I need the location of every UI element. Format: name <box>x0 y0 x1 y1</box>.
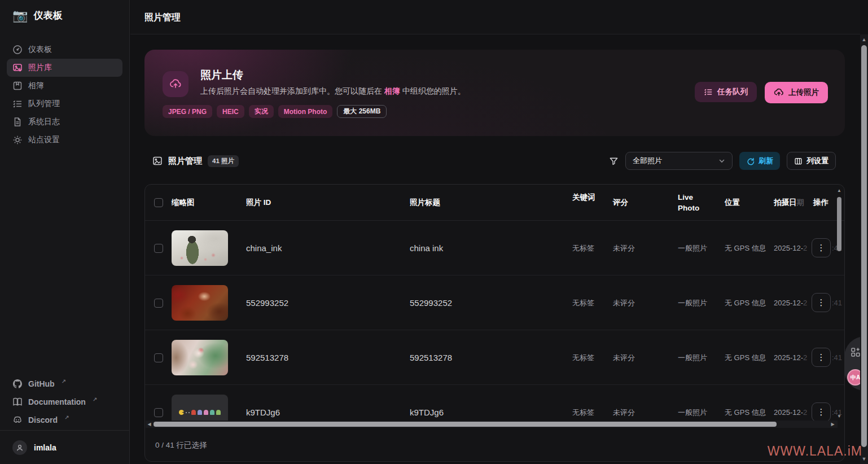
column-header-keywords: 关键词 <box>572 185 596 221</box>
photo-title-cell: 552993252 <box>410 275 452 330</box>
section-title: 照片管理 <box>168 156 202 167</box>
page-title: 照片管理 <box>144 12 181 24</box>
sidebar-item-label: 仪表板 <box>28 45 52 55</box>
cloud-upload-icon <box>774 87 784 98</box>
row-checkbox[interactable] <box>154 221 163 275</box>
user-name: imlala <box>34 443 56 452</box>
image-icon <box>152 156 163 166</box>
table-vertical-scroll-thumb[interactable] <box>837 197 841 251</box>
photo-thumbnail[interactable] <box>172 395 228 421</box>
photo-title-cell: 592513278 <box>410 330 452 385</box>
settings-gear-icon <box>12 135 23 145</box>
documentation-link[interactable]: Documentation ↗ <box>7 393 122 411</box>
page-vertical-scrollbar[interactable]: ▲ ▼ <box>860 34 868 464</box>
avatar <box>12 440 27 455</box>
sidebar-item-label: 照片库 <box>28 63 52 73</box>
scroll-right-arrow[interactable]: ▶ <box>829 421 836 428</box>
task-queue-button[interactable]: 任务队列 <box>695 82 757 102</box>
queue-list-icon <box>704 87 713 97</box>
github-link[interactable]: GitHub ↗ <box>7 375 122 393</box>
upload-photos-button[interactable]: 上传照片 <box>765 82 828 103</box>
sidebar: 📷 仪表板 仪表板 照片库 <box>0 0 130 464</box>
task-queue-label: 任务队列 <box>717 87 748 97</box>
column-header-photo-title: 照片标题 <box>410 185 440 221</box>
filter-select[interactable]: 全部照片 <box>625 152 733 170</box>
photo-id-cell: china_ink <box>246 221 282 275</box>
page-scroll-thumb[interactable] <box>861 45 867 447</box>
keywords-cell: 无标签 <box>572 330 594 385</box>
photo-library-icon <box>12 63 23 73</box>
size-limit-tag: 最大 256MB <box>337 105 387 118</box>
sidebar-item-queue[interactable]: 队列管理 <box>7 95 122 113</box>
row-actions-kebab-button[interactable]: ⋮ <box>812 348 831 367</box>
sidebar-divider <box>0 430 129 431</box>
scroll-up-arrow[interactable]: ▲ <box>860 36 868 43</box>
external-arrow-icon: ↗ <box>93 396 97 402</box>
location-cell: 无 GPS 信息 <box>725 385 766 421</box>
photo-thumbnail[interactable] <box>172 285 228 321</box>
row-actions-kebab-button[interactable]: ⋮ <box>812 238 831 257</box>
table-horizontal-scroll-thumb[interactable] <box>154 422 777 427</box>
scroll-up-arrow[interactable]: ▲ <box>836 187 843 194</box>
photo-id-cell: 592513278 <box>246 330 288 385</box>
selection-status: 0 / 41 行已选择 <box>145 428 845 462</box>
photo-title-cell: china ink <box>410 221 443 275</box>
column-settings-label: 列设置 <box>806 156 828 166</box>
sidebar-item-site-settings[interactable]: 站点设置 <box>7 131 122 149</box>
select-all-checkbox[interactable] <box>154 185 163 221</box>
keywords-cell: 无标签 <box>572 275 594 330</box>
table-vertical-scrollbar[interactable]: ▲ ▼ <box>836 187 843 421</box>
link-label: GitHub <box>28 379 55 388</box>
sidebar-item-dashboard[interactable]: 仪表板 <box>7 41 122 59</box>
format-tag: 实况 <box>249 105 274 118</box>
location-cell: 无 GPS 信息 <box>725 330 766 385</box>
cloud-upload-icon-badge <box>163 71 188 97</box>
table-horizontal-scrollbar[interactable]: ◀ ▶ <box>146 421 838 428</box>
discord-link[interactable]: Discord ↗ <box>7 411 122 429</box>
capture-date-text-clipped: 2 <box>803 353 807 362</box>
gauge-icon <box>12 45 23 55</box>
user-menu[interactable]: imlala <box>12 440 56 455</box>
keywords-cell: 无标签 <box>572 385 594 421</box>
photo-thumbnail[interactable] <box>172 340 228 375</box>
banner-description-text: 上传后照片会自动处理并添加到库中。您可以随后在 <box>200 86 384 95</box>
refresh-button[interactable]: 刷新 <box>739 152 780 170</box>
link-label: Documentation <box>28 397 86 406</box>
scroll-left-arrow[interactable]: ◀ <box>146 421 153 428</box>
main-header: 照片管理 <box>130 0 860 34</box>
filter-select-value: 全部照片 <box>633 156 662 166</box>
rating-cell: 未评分 <box>613 385 635 421</box>
row-checkbox[interactable] <box>154 330 163 385</box>
table-row: 592513278 592513278 无标签 未评分 一般照片 无 GPS 信… <box>145 330 845 385</box>
format-tag: JPEG / PNG <box>163 105 212 118</box>
scroll-down-arrow[interactable]: ▼ <box>836 413 843 419</box>
albums-inline-link[interactable]: 相簿 <box>384 86 400 95</box>
photo-id-cell: k9TDJg6 <box>246 385 280 421</box>
log-icon <box>12 117 23 127</box>
photo-thumbnail[interactable] <box>172 230 228 266</box>
capture-date-cell: 2025-12-2 <box>774 385 807 421</box>
row-checkbox[interactable] <box>154 385 163 421</box>
rating-cell: 未评分 <box>613 221 635 275</box>
filter-funnel-icon[interactable] <box>609 156 619 166</box>
row-checkbox[interactable] <box>154 275 163 330</box>
watermark: WWW.LALA.iM <box>768 444 862 459</box>
table-row: k9TDJg6 k9TDJg6 无标签 未评分 一般照片 无 GPS 信息 20… <box>145 385 845 421</box>
sidebar-item-label: 系统日志 <box>28 117 60 127</box>
photo-id-cell: 552993252 <box>246 275 288 330</box>
capture-date-text-clipped: 2 <box>803 408 807 417</box>
sidebar-item-photo-library[interactable]: 照片库 <box>7 59 122 77</box>
capture-date-text-clipped: 2 <box>803 299 807 307</box>
camera-logo-icon: 📷 <box>12 10 28 22</box>
capture-date-text: 2025-12- <box>774 353 803 362</box>
app-logo: 📷 仪表板 <box>12 9 62 22</box>
row-actions-kebab-button[interactable]: ⋮ <box>812 402 831 421</box>
upload-banner: 照片上传 上传后照片会自动处理并添加到库中。您可以随后在 相簿 中组织您的照片。… <box>144 50 845 136</box>
format-tags: JPEG / PNG HEIC 实况 Motion Photo 最大 256MB <box>163 105 387 118</box>
sidebar-item-logs[interactable]: 系统日志 <box>7 113 122 131</box>
row-actions-kebab-button[interactable]: ⋮ <box>812 293 831 312</box>
sidebar-item-albums[interactable]: 相簿 <box>7 77 122 95</box>
queue-icon <box>12 99 23 109</box>
column-settings-button[interactable]: 列设置 <box>787 152 836 170</box>
external-arrow-icon: ↗ <box>64 414 69 421</box>
